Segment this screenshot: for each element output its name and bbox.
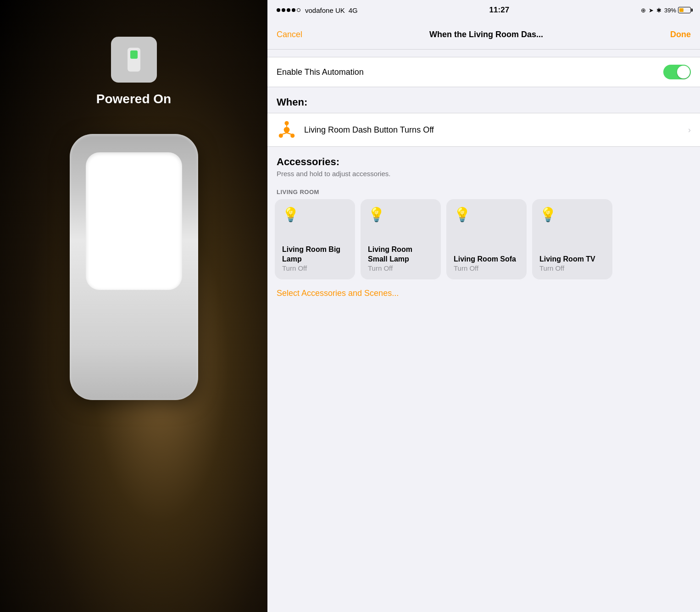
accessory-name-small-lamp: Living Room Small Lamp (368, 245, 433, 264)
signal-dot-5 (297, 8, 300, 12)
svg-point-1 (284, 121, 289, 125)
when-header-text: When: (277, 96, 307, 108)
select-accessories-button[interactable]: Select Accessories and Scenes... (267, 279, 700, 307)
when-row[interactable]: Living Room Dash Button Turns Off › (267, 113, 700, 147)
bluetooth-icon: ✱ (656, 7, 661, 14)
done-button[interactable]: Done (670, 30, 691, 39)
lamp-icon-sofa: 💡 (454, 206, 471, 223)
dash-button-body (70, 134, 198, 400)
nav-title: When the Living Room Das... (429, 30, 543, 39)
accessories-subtitle: Press and hold to adjust accessories. (277, 170, 691, 178)
accessories-title: Accessories: (277, 156, 691, 168)
switch-icon (111, 37, 157, 83)
network-type: 4G (349, 6, 358, 14)
dash-button-screen (86, 152, 182, 290)
arrow-icon: ➤ (649, 7, 654, 14)
accessory-card-tv[interactable]: 💡 Living Room TV Turn Off (532, 199, 612, 279)
svg-point-0 (284, 127, 290, 133)
status-left: vodafone UK 4G (277, 6, 358, 14)
accessory-card-small-lamp[interactable]: 💡 Living Room Small Lamp Turn Off (361, 199, 441, 279)
lamp-icon-tv: 💡 (539, 206, 556, 223)
signal-dot-1 (277, 8, 280, 12)
content-area: Enable This Automation When: (267, 50, 700, 612)
svg-line-6 (287, 133, 292, 134)
trigger-label: Living Room Dash Button Turns Off (304, 125, 681, 135)
signal-dots (277, 8, 300, 12)
signal-dot-2 (282, 8, 285, 12)
carrier-text: vodafone UK (305, 6, 345, 14)
signal-dot-4 (292, 8, 295, 12)
hub-svg-icon (278, 121, 296, 139)
battery-container: 39% (664, 7, 691, 14)
accessory-status-small-lamp: Turn Off (368, 264, 433, 272)
battery-fill (679, 8, 683, 12)
room-label: LIVING ROOM (267, 182, 700, 199)
location-icon: ⊕ (641, 7, 646, 14)
enable-label: Enable This Automation (277, 67, 364, 77)
trigger-icon (277, 120, 297, 140)
svg-line-5 (282, 133, 287, 134)
nav-bar: Cancel When the Living Room Das... Done (267, 20, 700, 50)
cancel-button[interactable]: Cancel (277, 30, 302, 39)
signal-dot-3 (287, 8, 290, 12)
accessory-status-tv: Turn Off (539, 264, 595, 272)
accessory-card-sofa[interactable]: 💡 Living Room Sofa Turn Off (446, 199, 527, 279)
accessory-name-big-lamp: Living Room Big Lamp (282, 245, 348, 264)
battery-icon (678, 7, 691, 13)
lamp-icon-small: 💡 (368, 206, 385, 223)
status-bar: vodafone UK 4G 11:27 ⊕ ➤ ✱ 39% (267, 0, 700, 20)
accessory-name-sofa: Living Room Sofa (454, 255, 516, 264)
accessories-section: Accessories: Press and hold to adjust ac… (267, 147, 700, 182)
accessories-grid: 💡 Living Room Big Lamp Turn Off 💡 Living… (267, 199, 700, 279)
when-chevron-icon: › (688, 125, 691, 135)
powered-on-label: Powered On (96, 92, 171, 106)
enable-section: Enable This Automation (267, 57, 700, 87)
accessory-name-tv: Living Room TV (539, 255, 595, 264)
battery-percent: 39% (664, 7, 676, 14)
accessory-card-big-lamp[interactable]: 💡 Living Room Big Lamp Turn Off (275, 199, 355, 279)
lamp-icon-big: 💡 (282, 206, 299, 223)
toggle-knob (677, 66, 690, 78)
accessory-status-sofa: Turn Off (454, 264, 516, 272)
status-right: ⊕ ➤ ✱ 39% (641, 7, 691, 14)
accessory-status-big-lamp: Turn Off (282, 264, 348, 272)
when-section-header: When: (267, 87, 700, 113)
status-time: 11:27 (489, 6, 509, 15)
right-panel: vodafone UK 4G 11:27 ⊕ ➤ ✱ 39% Cancel Wh… (267, 0, 700, 612)
left-panel: Powered On (0, 0, 267, 612)
enable-toggle[interactable] (663, 65, 691, 79)
